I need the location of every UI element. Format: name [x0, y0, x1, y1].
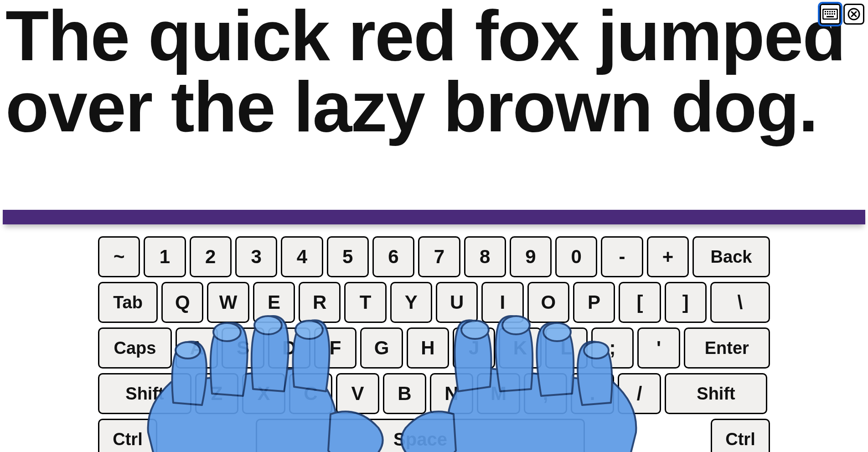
key-caps[interactable]: Caps — [98, 327, 172, 369]
key-space[interactable]: Space — [256, 419, 585, 452]
typing-text-area[interactable]: The quick red fox jumped over the lazy b… — [3, 0, 865, 210]
key-8[interactable]: 8 — [464, 236, 506, 277]
key-a[interactable]: A — [176, 327, 218, 369]
key-bracket-left[interactable]: [ — [619, 282, 661, 323]
key-t[interactable]: T — [344, 282, 386, 323]
key-slash[interactable]: / — [618, 373, 661, 414]
key-semicolon[interactable]: ; — [591, 327, 634, 369]
key-f[interactable]: F — [314, 327, 356, 369]
key-s[interactable]: S — [222, 327, 264, 369]
key-ctrl-left[interactable]: Ctrl — [98, 419, 157, 452]
svg-rect-5 — [834, 11, 835, 12]
key-w[interactable]: W — [207, 282, 249, 323]
key-period[interactable]: . — [571, 373, 614, 414]
key-enter[interactable]: Enter — [684, 327, 770, 369]
key-k[interactable]: K — [499, 327, 541, 369]
key-comma[interactable]: , — [524, 373, 567, 414]
key-p[interactable]: P — [573, 282, 615, 323]
key-m[interactable]: M — [477, 373, 520, 414]
close-button[interactable] — [843, 4, 864, 25]
svg-rect-7 — [827, 13, 828, 15]
key-n[interactable]: N — [430, 373, 473, 414]
key-r[interactable]: R — [299, 282, 341, 323]
svg-rect-8 — [829, 13, 831, 15]
key-o[interactable]: O — [527, 282, 569, 323]
key-d[interactable]: D — [268, 327, 310, 369]
svg-rect-10 — [834, 13, 835, 15]
key-x[interactable]: X — [242, 373, 285, 414]
typing-text: The quick red fox jumped over the lazy b… — [3, 0, 865, 142]
key-l[interactable]: L — [545, 327, 588, 369]
key-i[interactable]: I — [481, 282, 523, 323]
key-2[interactable]: 2 — [190, 236, 232, 277]
key-3[interactable]: 3 — [235, 236, 277, 277]
key-y[interactable]: Y — [390, 282, 432, 323]
key-7[interactable]: 7 — [418, 236, 460, 277]
key-v[interactable]: V — [336, 373, 379, 414]
key-tab[interactable]: Tab — [98, 282, 158, 323]
virtual-keyboard: ~ 1 2 3 4 5 6 7 8 9 0 - + Back Tab Q W E — [98, 236, 770, 452]
svg-rect-3 — [829, 11, 831, 12]
key-4[interactable]: 4 — [281, 236, 323, 277]
close-icon — [847, 7, 861, 21]
key-9[interactable]: 9 — [510, 236, 552, 277]
keyboard-icon — [822, 9, 838, 20]
svg-rect-6 — [825, 13, 826, 15]
key-tilde[interactable]: ~ — [98, 236, 140, 277]
key-bracket-right[interactable]: ] — [665, 282, 707, 323]
key-plus[interactable]: + — [647, 236, 689, 277]
key-0[interactable]: 0 — [555, 236, 597, 277]
svg-rect-2 — [827, 11, 828, 12]
key-b[interactable]: B — [383, 373, 426, 414]
key-apostrophe[interactable]: ' — [637, 327, 680, 369]
svg-rect-4 — [832, 11, 833, 12]
key-minus[interactable]: - — [601, 236, 643, 277]
key-6[interactable]: 6 — [372, 236, 414, 277]
key-shift-right[interactable]: Shift — [665, 373, 767, 414]
key-z[interactable]: Z — [195, 373, 238, 414]
key-1[interactable]: 1 — [144, 236, 186, 277]
key-e[interactable]: E — [253, 282, 295, 323]
key-backspace[interactable]: Back — [692, 236, 770, 277]
key-j[interactable]: J — [453, 327, 495, 369]
key-g[interactable]: G — [360, 327, 403, 369]
key-h[interactable]: H — [407, 327, 449, 369]
keyboard-toggle-button[interactable] — [820, 4, 841, 25]
svg-rect-1 — [825, 11, 826, 12]
key-q[interactable]: Q — [161, 282, 203, 323]
key-backslash[interactable]: \ — [710, 282, 770, 323]
key-u[interactable]: U — [436, 282, 478, 323]
separator-bar — [3, 210, 865, 224]
key-c[interactable]: C — [289, 373, 332, 414]
svg-rect-9 — [832, 13, 833, 15]
svg-rect-11 — [827, 16, 834, 17]
key-5[interactable]: 5 — [327, 236, 369, 277]
key-shift-left[interactable]: Shift — [98, 373, 191, 414]
key-ctrl-right[interactable]: Ctrl — [711, 419, 770, 452]
